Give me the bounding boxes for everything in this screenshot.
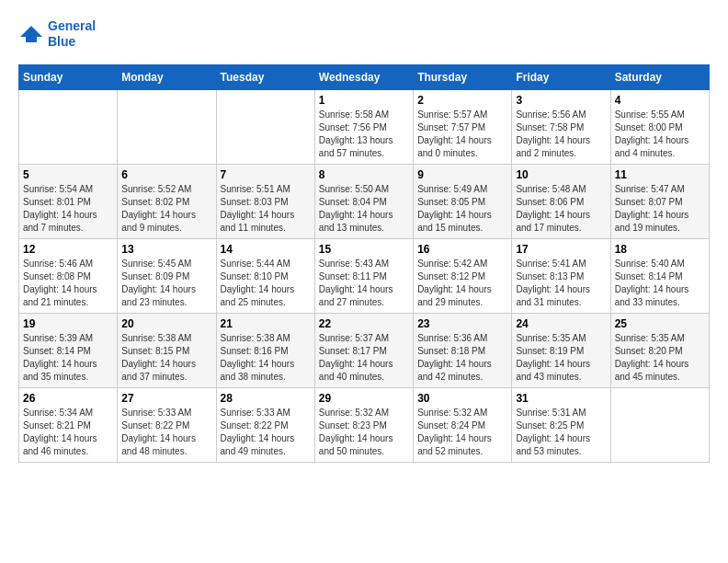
day-info: Sunrise: 5:32 AM Sunset: 8:24 PM Dayligh…	[417, 407, 507, 458]
day-number: 11	[615, 168, 705, 181]
page-header: General Blue	[18, 18, 710, 50]
day-info: Sunrise: 5:51 AM Sunset: 8:03 PM Dayligh…	[221, 183, 311, 235]
day-number: 26	[23, 392, 113, 405]
calendar-cell: 11Sunrise: 5:47 AM Sunset: 8:07 PM Dayli…	[610, 164, 709, 238]
day-info: Sunrise: 5:33 AM Sunset: 8:22 PM Dayligh…	[221, 407, 311, 458]
day-number: 5	[23, 168, 113, 181]
day-info: Sunrise: 5:33 AM Sunset: 8:22 PM Dayligh…	[121, 407, 211, 458]
day-number: 2	[417, 94, 507, 107]
calendar-cell: 16Sunrise: 5:42 AM Sunset: 8:12 PM Dayli…	[414, 238, 512, 313]
calendar-cell: 19Sunrise: 5:39 AM Sunset: 8:14 PM Dayli…	[19, 313, 118, 387]
calendar-cell: 25Sunrise: 5:35 AM Sunset: 8:20 PM Dayli…	[610, 313, 709, 387]
day-number: 29	[319, 392, 409, 405]
day-info: Sunrise: 5:44 AM Sunset: 8:10 PM Dayligh…	[221, 258, 311, 309]
day-number: 16	[417, 243, 507, 256]
day-number: 7	[221, 168, 311, 181]
calendar-cell	[216, 89, 314, 164]
day-info: Sunrise: 5:36 AM Sunset: 8:18 PM Dayligh…	[417, 332, 507, 384]
day-number: 1	[319, 94, 409, 107]
calendar-cell: 3Sunrise: 5:56 AM Sunset: 7:58 PM Daylig…	[512, 89, 610, 164]
day-info: Sunrise: 5:42 AM Sunset: 8:12 PM Dayligh…	[417, 258, 507, 309]
calendar-cell: 24Sunrise: 5:35 AM Sunset: 8:19 PM Dayli…	[512, 313, 610, 387]
day-info: Sunrise: 5:37 AM Sunset: 8:17 PM Dayligh…	[319, 332, 409, 384]
calendar-cell: 20Sunrise: 5:38 AM Sunset: 8:15 PM Dayli…	[118, 313, 216, 387]
day-info: Sunrise: 5:45 AM Sunset: 8:09 PM Dayligh…	[121, 258, 211, 309]
day-number: 8	[319, 168, 409, 181]
day-info: Sunrise: 5:50 AM Sunset: 8:04 PM Dayligh…	[319, 183, 409, 235]
calendar-cell: 4Sunrise: 5:55 AM Sunset: 8:00 PM Daylig…	[610, 89, 709, 164]
calendar-table: SundayMondayTuesdayWednesdayThursdayFrid…	[18, 64, 710, 463]
day-info: Sunrise: 5:41 AM Sunset: 8:13 PM Dayligh…	[516, 258, 606, 309]
logo: General Blue	[18, 18, 96, 50]
calendar-cell	[118, 89, 216, 164]
day-number: 3	[516, 94, 606, 107]
calendar-cell: 1Sunrise: 5:58 AM Sunset: 7:56 PM Daylig…	[314, 89, 413, 164]
calendar-cell: 7Sunrise: 5:51 AM Sunset: 8:03 PM Daylig…	[216, 164, 314, 238]
day-number: 17	[516, 243, 606, 256]
calendar-week-5: 26Sunrise: 5:34 AM Sunset: 8:21 PM Dayli…	[19, 387, 710, 462]
calendar-header-thursday: Thursday	[414, 64, 512, 89]
day-info: Sunrise: 5:55 AM Sunset: 8:00 PM Dayligh…	[615, 109, 705, 160]
day-info: Sunrise: 5:46 AM Sunset: 8:08 PM Dayligh…	[23, 258, 113, 309]
calendar-week-4: 19Sunrise: 5:39 AM Sunset: 8:14 PM Dayli…	[19, 313, 710, 387]
day-number: 20	[121, 317, 211, 330]
day-number: 18	[615, 243, 705, 256]
calendar-cell	[19, 89, 118, 164]
calendar-header-saturday: Saturday	[610, 64, 709, 89]
day-number: 10	[516, 168, 606, 181]
day-info: Sunrise: 5:32 AM Sunset: 8:23 PM Dayligh…	[319, 407, 409, 458]
calendar-cell: 14Sunrise: 5:44 AM Sunset: 8:10 PM Dayli…	[216, 238, 314, 313]
day-number: 22	[319, 317, 409, 330]
day-number: 24	[516, 317, 606, 330]
calendar-header-sunday: Sunday	[19, 64, 118, 89]
calendar-cell: 12Sunrise: 5:46 AM Sunset: 8:08 PM Dayli…	[19, 238, 118, 313]
day-info: Sunrise: 5:56 AM Sunset: 7:58 PM Dayligh…	[516, 109, 606, 160]
calendar-header-tuesday: Tuesday	[216, 64, 314, 89]
day-number: 30	[417, 392, 507, 405]
calendar-cell: 8Sunrise: 5:50 AM Sunset: 8:04 PM Daylig…	[314, 164, 413, 238]
day-info: Sunrise: 5:57 AM Sunset: 7:57 PM Dayligh…	[417, 109, 507, 160]
calendar-cell: 22Sunrise: 5:37 AM Sunset: 8:17 PM Dayli…	[314, 313, 413, 387]
day-number: 12	[23, 243, 113, 256]
calendar-cell: 17Sunrise: 5:41 AM Sunset: 8:13 PM Dayli…	[512, 238, 610, 313]
day-number: 28	[221, 392, 311, 405]
day-info: Sunrise: 5:48 AM Sunset: 8:06 PM Dayligh…	[516, 183, 606, 235]
calendar-cell	[610, 387, 709, 462]
calendar-cell: 9Sunrise: 5:49 AM Sunset: 8:05 PM Daylig…	[414, 164, 512, 238]
logo-text: General Blue	[48, 18, 96, 50]
calendar-cell: 13Sunrise: 5:45 AM Sunset: 8:09 PM Dayli…	[118, 238, 216, 313]
day-number: 13	[121, 243, 211, 256]
calendar-cell: 5Sunrise: 5:54 AM Sunset: 8:01 PM Daylig…	[19, 164, 118, 238]
calendar-cell: 15Sunrise: 5:43 AM Sunset: 8:11 PM Dayli…	[314, 238, 413, 313]
calendar-cell: 2Sunrise: 5:57 AM Sunset: 7:57 PM Daylig…	[414, 89, 512, 164]
calendar-header-row: SundayMondayTuesdayWednesdayThursdayFrid…	[19, 64, 710, 89]
day-info: Sunrise: 5:35 AM Sunset: 8:19 PM Dayligh…	[516, 332, 606, 384]
calendar-cell: 27Sunrise: 5:33 AM Sunset: 8:22 PM Dayli…	[118, 387, 216, 462]
day-info: Sunrise: 5:52 AM Sunset: 8:02 PM Dayligh…	[121, 183, 211, 235]
day-info: Sunrise: 5:31 AM Sunset: 8:25 PM Dayligh…	[516, 407, 606, 458]
day-number: 4	[615, 94, 705, 107]
day-info: Sunrise: 5:35 AM Sunset: 8:20 PM Dayligh…	[615, 332, 705, 384]
calendar-cell: 28Sunrise: 5:33 AM Sunset: 8:22 PM Dayli…	[216, 387, 314, 462]
calendar-cell: 26Sunrise: 5:34 AM Sunset: 8:21 PM Dayli…	[19, 387, 118, 462]
day-info: Sunrise: 5:58 AM Sunset: 7:56 PM Dayligh…	[319, 109, 409, 160]
day-number: 14	[221, 243, 311, 256]
day-number: 15	[319, 243, 409, 256]
day-number: 31	[516, 392, 606, 405]
calendar-week-3: 12Sunrise: 5:46 AM Sunset: 8:08 PM Dayli…	[19, 238, 710, 313]
day-info: Sunrise: 5:34 AM Sunset: 8:21 PM Dayligh…	[23, 407, 113, 458]
calendar-cell: 23Sunrise: 5:36 AM Sunset: 8:18 PM Dayli…	[414, 313, 512, 387]
day-info: Sunrise: 5:47 AM Sunset: 8:07 PM Dayligh…	[615, 183, 705, 235]
day-info: Sunrise: 5:40 AM Sunset: 8:14 PM Dayligh…	[615, 258, 705, 309]
calendar-cell: 6Sunrise: 5:52 AM Sunset: 8:02 PM Daylig…	[118, 164, 216, 238]
calendar-cell: 30Sunrise: 5:32 AM Sunset: 8:24 PM Dayli…	[414, 387, 512, 462]
calendar-header-friday: Friday	[512, 64, 610, 89]
day-info: Sunrise: 5:43 AM Sunset: 8:11 PM Dayligh…	[319, 258, 409, 309]
calendar-cell: 29Sunrise: 5:32 AM Sunset: 8:23 PM Dayli…	[314, 387, 413, 462]
day-info: Sunrise: 5:54 AM Sunset: 8:01 PM Dayligh…	[23, 183, 113, 235]
day-info: Sunrise: 5:38 AM Sunset: 8:15 PM Dayligh…	[121, 332, 211, 384]
day-number: 27	[121, 392, 211, 405]
day-info: Sunrise: 5:49 AM Sunset: 8:05 PM Dayligh…	[417, 183, 507, 235]
calendar-week-1: 1Sunrise: 5:58 AM Sunset: 7:56 PM Daylig…	[19, 89, 710, 164]
day-number: 23	[417, 317, 507, 330]
